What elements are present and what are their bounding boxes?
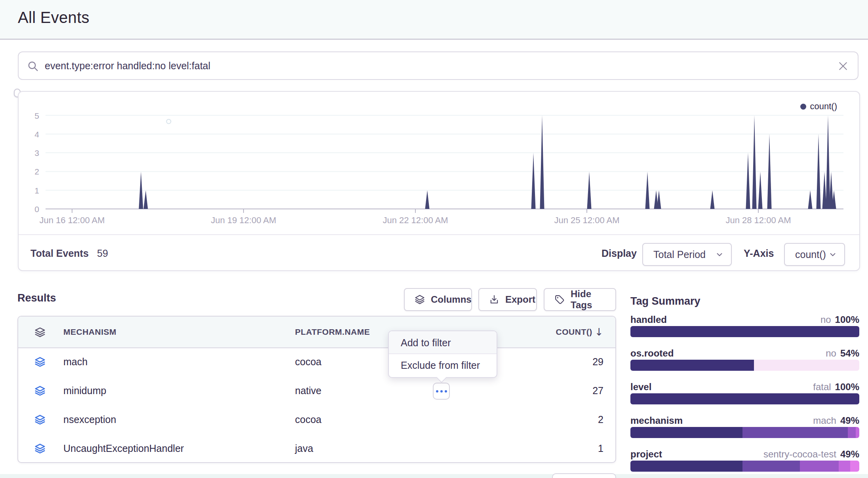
search-input[interactable]: event.type:error handled:no level:fatal [45, 60, 210, 72]
hide-tags-button-label: Hide Tags [571, 288, 606, 311]
stack-icon-blue[interactable] [34, 356, 46, 368]
search-clear-icon[interactable] [837, 60, 849, 72]
events-chart-panel: count() 012345Jun 16 12:00 AMJun 19 12:0… [18, 91, 860, 271]
table-row: nsexception cocoa 2 [18, 405, 615, 434]
display-select-value: Total Period [653, 249, 706, 260]
columns-button[interactable]: Columns [404, 288, 472, 311]
tag-bar-segment[interactable] [850, 461, 859, 472]
menu-item-exclude-from-filter[interactable]: Exclude from filter [389, 354, 497, 376]
tag-bar-segment[interactable] [800, 461, 839, 472]
tag-bar-segment[interactable] [630, 427, 742, 438]
count-legend-label: count() [810, 101, 837, 112]
tag-value: no [826, 348, 836, 359]
cell-count: 2 [598, 405, 603, 434]
footer-strip [0, 474, 868, 478]
menu-item-add-to-filter[interactable]: Add to filter [389, 331, 497, 354]
yaxis-select[interactable]: count() [784, 243, 845, 266]
stack-icon-blue[interactable] [34, 385, 46, 397]
results-table: MECHANISM PLATFORM.NAME COUNT() ↓ mach c… [17, 316, 616, 463]
tag-name: project [630, 449, 662, 460]
column-header-count[interactable]: COUNT() ↓ [556, 317, 603, 347]
tag-bar-segment[interactable] [848, 427, 856, 438]
stack-icon-blue[interactable] [34, 414, 46, 426]
tag-name: handled [630, 314, 667, 325]
tag-bar-segment[interactable] [754, 360, 859, 371]
svg-text:5: 5 [34, 111, 39, 120]
dot [445, 390, 447, 393]
tag-bar-segment[interactable] [630, 393, 859, 404]
export-button[interactable]: Export [478, 288, 537, 311]
all-events-page: All Events event.type:error handled:no l… [0, 0, 868, 478]
tag-value: no [820, 314, 831, 325]
columns-button-label: Columns [431, 294, 472, 305]
page-title: All Events [18, 9, 89, 27]
total-events-label: Total Events [30, 248, 89, 259]
cell-platform: cocoa [295, 405, 322, 434]
tag-bar-segment[interactable] [856, 427, 859, 438]
tag-bar-segment[interactable] [839, 461, 850, 472]
dot [440, 390, 443, 393]
tag-bar-segment[interactable] [742, 461, 800, 472]
tag-name: mechanism [630, 415, 683, 426]
download-icon [489, 294, 500, 305]
search-bar[interactable]: event.type:error handled:no level:fatal [18, 51, 858, 80]
tag-bar-segment[interactable] [630, 360, 754, 371]
pagination-button[interactable] [552, 473, 616, 478]
tag-bar-segment[interactable] [742, 427, 848, 438]
tag-value: mach [813, 415, 836, 426]
tag-bar-level[interactable] [630, 393, 859, 404]
cell-mechanism: nsexception [63, 405, 116, 434]
yaxis-label: Y-Axis [744, 248, 774, 259]
yaxis-select-value: count() [795, 249, 826, 260]
tag-percent: 54% [840, 348, 859, 359]
cell-count: 1 [598, 434, 603, 463]
export-button-label: Export [505, 294, 535, 305]
total-events-value: 59 [97, 248, 108, 259]
cell-platform: java [295, 434, 313, 463]
chevron-down-icon [715, 250, 724, 259]
tag-percent: 49% [840, 449, 859, 460]
table-row: mach cocoa 29 [18, 347, 615, 376]
page-header: All Events [0, 0, 868, 40]
cell-count: 29 [592, 347, 603, 376]
svg-text:Jun 22 12:00 AM: Jun 22 12:00 AM [383, 215, 448, 225]
cell-platform: native [295, 376, 322, 405]
display-select[interactable]: Total Period [642, 243, 732, 266]
cell-count: 27 [592, 376, 603, 405]
svg-text:Jun 19 12:00 AM: Jun 19 12:00 AM [211, 215, 276, 225]
ellipsis-button[interactable] [433, 383, 450, 400]
tag-bar-handled[interactable] [630, 326, 859, 337]
stack-icon-blue[interactable] [34, 443, 46, 455]
tag-percent: 49% [840, 415, 859, 426]
layers-icon [414, 294, 425, 305]
svg-text:1: 1 [34, 186, 39, 195]
tag-name: os.rooted [630, 348, 674, 359]
events-chart-svg: 012345Jun 16 12:00 AMJun 19 12:00 AMJun … [19, 92, 859, 235]
tag-row-handled: handled no100% [630, 314, 859, 325]
tag-bar-project[interactable] [630, 461, 859, 472]
cell-context-menu: Add to filter Exclude from filter [388, 330, 497, 378]
tag-percent: 100% [835, 381, 859, 393]
sort-desc-icon: ↓ [595, 317, 603, 347]
tag-bar-segment[interactable] [630, 326, 859, 337]
hide-tags-button[interactable]: Hide Tags [544, 288, 616, 311]
column-header-platform[interactable]: PLATFORM.NAME [295, 317, 370, 347]
chart-legend[interactable]: count() [800, 101, 837, 112]
svg-text:Jun 28 12:00 AM: Jun 28 12:00 AM [725, 215, 791, 225]
tag-name: level [630, 381, 651, 393]
tag-bar-mechanism[interactable] [630, 427, 859, 438]
tag-bar-os-rooted[interactable] [630, 360, 859, 371]
tag-bar-segment[interactable] [630, 461, 742, 472]
count-legend-dot [800, 104, 806, 110]
cell-platform: cocoa [295, 347, 322, 376]
tag-row-os-rooted: os.rooted no54% [630, 348, 859, 359]
svg-text:4: 4 [34, 130, 39, 139]
svg-text:2: 2 [34, 167, 39, 176]
table-header-row: MECHANISM PLATFORM.NAME COUNT() ↓ [18, 317, 615, 348]
svg-text:0: 0 [34, 205, 39, 214]
results-heading: Results [17, 292, 56, 304]
column-header-mechanism[interactable]: MECHANISM [63, 317, 116, 347]
stack-icon [34, 326, 46, 338]
tag-row-mechanism: mechanism mach49% [630, 415, 859, 426]
tag-value: fatal [813, 381, 831, 393]
